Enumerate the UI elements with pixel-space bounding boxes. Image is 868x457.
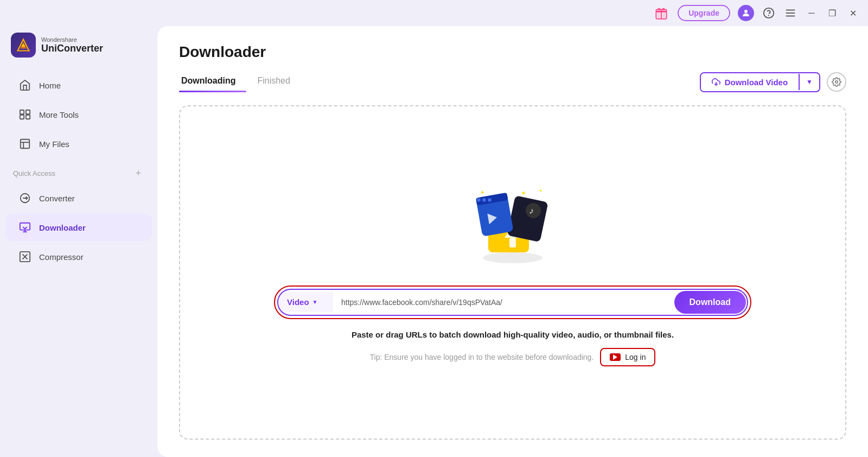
- tip-text: Tip: Ensure you have logged in to the we…: [370, 353, 594, 361]
- tabs-row: Downloading Finished Download Video ▼: [179, 72, 846, 92]
- minimize-button[interactable]: ─: [805, 7, 818, 20]
- sidebar-item-compressor[interactable]: Compressor: [5, 243, 152, 270]
- download-button[interactable]: Download: [674, 291, 746, 314]
- sidebar-item-my-files[interactable]: My Files: [5, 130, 152, 157]
- login-label: Log in: [625, 353, 646, 361]
- logo-area: Wondershare UniConverter: [0, 26, 157, 71]
- settings-icon-button[interactable]: [827, 72, 846, 92]
- svg-rect-18: [26, 115, 30, 119]
- logo-brand: Wondershare: [41, 36, 103, 43]
- menu-icon[interactable]: [783, 6, 797, 20]
- tabs: Downloading Finished: [179, 72, 310, 92]
- type-label: Video: [287, 297, 309, 307]
- user-avatar[interactable]: [738, 5, 754, 21]
- login-button[interactable]: Log in: [600, 348, 655, 366]
- home-icon: [18, 79, 31, 92]
- tab-downloading[interactable]: Downloading: [179, 72, 246, 92]
- illustration: ♪ ✦ ✦ ✦: [464, 179, 561, 266]
- converter-icon: [18, 192, 31, 205]
- svg-point-5: [744, 10, 748, 13]
- svg-text:✦: ✦: [539, 188, 542, 193]
- app-body: Wondershare UniConverter Home: [0, 26, 868, 457]
- page-title: Downloader: [179, 43, 846, 61]
- gift-icon[interactable]: [653, 4, 670, 22]
- main-content: Downloader Downloading Finished Download…: [157, 26, 868, 457]
- type-chevron-icon: ▼: [312, 299, 318, 305]
- sidebar-item-more-tools[interactable]: More Tools: [5, 101, 152, 128]
- download-video-label: Download Video: [725, 78, 788, 87]
- download-video-button[interactable]: Download Video ▼: [700, 72, 820, 92]
- titlebar: Upgrade ─ ❐ ✕: [0, 0, 868, 26]
- youtube-icon: [610, 353, 621, 361]
- tip-row: Tip: Ensure you have logged in to the we…: [370, 348, 656, 366]
- svg-rect-34: [507, 195, 548, 242]
- my-files-icon: [18, 137, 31, 150]
- quick-access-header: Quick Access +: [0, 158, 157, 183]
- svg-rect-19: [21, 139, 30, 149]
- url-input-inner: Video ▼ Download: [277, 289, 748, 316]
- youtube-play-icon: [613, 354, 617, 360]
- sidebar: Wondershare UniConverter Home: [0, 26, 157, 457]
- svg-text:✦: ✦: [521, 189, 526, 197]
- logo-product: UniConverter: [41, 43, 103, 54]
- compressor-icon: [18, 250, 31, 263]
- sidebar-item-converter[interactable]: Converter: [5, 185, 152, 212]
- close-button[interactable]: ✕: [846, 7, 859, 20]
- downloader-icon: [18, 221, 31, 234]
- download-video-main: Download Video: [701, 73, 799, 91]
- sidebar-item-my-files-label: My Files: [39, 139, 69, 149]
- upgrade-button[interactable]: Upgrade: [678, 5, 730, 21]
- svg-rect-40: [482, 198, 486, 201]
- svg-rect-16: [26, 110, 30, 114]
- url-input[interactable]: [333, 291, 673, 313]
- svg-point-28: [835, 81, 838, 84]
- logo-text: Wondershare UniConverter: [41, 36, 103, 54]
- sidebar-item-more-tools-label: More Tools: [39, 110, 79, 119]
- paste-hint: Paste or drag URLs to batch download hig…: [352, 330, 674, 339]
- maximize-button[interactable]: ❐: [826, 7, 839, 20]
- svg-rect-17: [20, 115, 24, 119]
- url-input-wrapper: Video ▼ Download: [274, 285, 751, 319]
- sidebar-item-home-label: Home: [39, 81, 61, 90]
- quick-access-add-button[interactable]: +: [132, 167, 144, 179]
- tab-finished[interactable]: Finished: [255, 72, 301, 92]
- svg-rect-15: [20, 110, 24, 114]
- sidebar-item-compressor-label: Compressor: [39, 252, 84, 262]
- titlebar-controls: Upgrade ─ ❐ ✕: [653, 4, 859, 22]
- svg-rect-33: [509, 238, 516, 247]
- sidebar-item-converter-label: Converter: [39, 194, 75, 203]
- type-select[interactable]: Video ▼: [278, 292, 333, 312]
- svg-rect-39: [477, 198, 481, 201]
- svg-rect-41: [488, 198, 492, 201]
- sidebar-item-downloader-label: Downloader: [39, 223, 86, 232]
- logo-icon: [11, 33, 36, 58]
- content-area: ♪ ✦ ✦ ✦: [179, 105, 846, 440]
- help-icon[interactable]: [762, 6, 776, 20]
- more-tools-icon: [18, 108, 31, 121]
- quick-access-label: Quick Access: [13, 169, 55, 177]
- download-video-dropdown[interactable]: ▼: [799, 74, 819, 90]
- sidebar-item-downloader[interactable]: Downloader: [5, 214, 152, 241]
- sidebar-item-home[interactable]: Home: [5, 72, 152, 99]
- svg-point-29: [483, 252, 542, 263]
- svg-text:✦: ✦: [480, 189, 484, 195]
